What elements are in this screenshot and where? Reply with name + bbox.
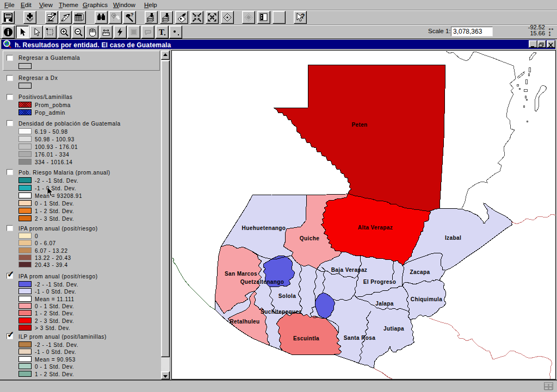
svg-text:Quiche: Quiche — [300, 235, 319, 241]
svg-text:?: ? — [301, 13, 305, 20]
svg-text:Peten: Peten — [351, 122, 367, 128]
svg-text:Solola: Solola — [278, 293, 296, 299]
svg-text:Escuintla: Escuintla — [293, 335, 319, 341]
svg-text:Santa Rosa: Santa Rosa — [344, 335, 376, 341]
svg-text:T: T — [159, 28, 164, 36]
svg-text:Quetzaltenango: Quetzaltenango — [240, 279, 284, 285]
svg-text:?: ? — [131, 13, 134, 17]
svg-text:Izabal: Izabal — [445, 235, 461, 241]
svg-text:Huehuetenango: Huehuetenango — [242, 225, 286, 231]
svg-text:Jalapa: Jalapa — [375, 301, 394, 307]
svg-text:Alta Verapaz: Alta Verapaz — [358, 225, 393, 231]
svg-text:Zacapa: Zacapa — [410, 269, 430, 275]
svg-text:San Marcos: San Marcos — [225, 271, 257, 277]
svg-text:Chiquimula: Chiquimula — [411, 296, 442, 302]
svg-text:Jutiapa: Jutiapa — [383, 326, 404, 332]
svg-text:Retalhuleu: Retalhuleu — [230, 319, 259, 325]
svg-text:El Progreso: El Progreso — [363, 279, 397, 285]
svg-text:Suchitepequez: Suchitepequez — [261, 309, 302, 315]
svg-text:Baja Verapaz: Baja Verapaz — [331, 267, 368, 273]
